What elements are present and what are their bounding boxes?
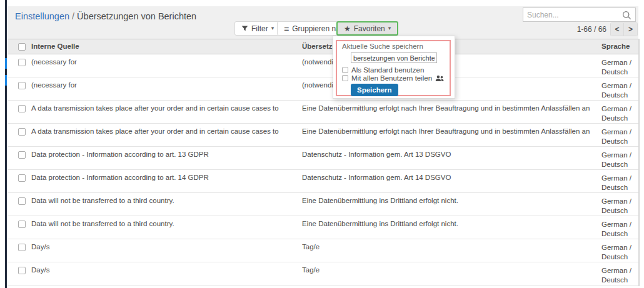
breadcrumb-parent-link[interactable]: Einstellungen	[15, 11, 69, 21]
cell-uebersetzung: Datenschutz - Information gem. Art 14 DS…	[302, 174, 597, 181]
vertical-scrollbar[interactable]	[638, 39, 640, 286]
search-input[interactable]	[523, 8, 617, 21]
column-header-sprache[interactable]: Sprache	[601, 42, 630, 50]
cell-interne-quelle: Data will not be transferred to a third …	[31, 220, 300, 227]
breadcrumb-current: Übersetzungen von Berichten	[77, 11, 196, 21]
cell-interne-quelle: (necessary for	[31, 58, 300, 66]
cell-interne-quelle: Data protection - Information according …	[31, 174, 300, 181]
search-icon[interactable]	[622, 11, 631, 20]
table-row[interactable]: (necessary for (notwendig German / Deuts…	[8, 77, 638, 101]
chevron-down-icon: ▾	[388, 26, 391, 31]
row-checkbox[interactable]	[18, 221, 26, 228]
share-label: Mit allen Benutzern teilen	[351, 74, 432, 82]
table-row[interactable]: (necessary for (notwendig German / Deuts…	[8, 54, 638, 77]
table-row[interactable]: Data will not be transferred to a third …	[8, 193, 638, 216]
column-header-interne-quelle[interactable]: Interne Quelle	[31, 42, 79, 50]
list-icon: ≡	[284, 24, 289, 33]
cell-sprache: German / Deutsch	[601, 104, 638, 123]
cell-uebersetzung: Eine Datenübermittlung erfolgt nach Ihre…	[302, 127, 597, 135]
table-row[interactable]: Data protection - Information according …	[8, 170, 638, 193]
table-body: (necessary for (notwendig German / Deuts…	[8, 54, 638, 286]
filter-icon	[241, 25, 248, 32]
row-checkbox[interactable]	[18, 105, 26, 112]
table-header: Interne Quelle Übersetzung Sprache	[8, 39, 638, 54]
cell-sprache: German / Deutsch	[601, 58, 638, 77]
row-checkbox[interactable]	[18, 197, 26, 205]
row-checkbox[interactable]	[18, 59, 26, 66]
save-button[interactable]: Speichern	[351, 84, 398, 96]
cell-sprache: German / Deutsch	[601, 81, 638, 100]
row-checkbox[interactable]	[18, 128, 26, 136]
cell-sprache: German / Deutsch	[601, 174, 638, 192]
search-box	[523, 7, 636, 22]
breadcrumb: Einstellungen/Übersetzungen von Berichte…	[15, 11, 196, 21]
table-row[interactable]: Data protection - Information according …	[8, 147, 638, 170]
sidebar-active-indicator	[5, 58, 7, 69]
pager-previous-button[interactable]: <	[610, 22, 624, 36]
row-checkbox[interactable]	[18, 244, 26, 251]
use-by-default-label: Als Standard benutzen	[351, 66, 424, 74]
cell-interne-quelle: A data transmission takes place after yo…	[31, 127, 300, 135]
cell-interne-quelle: Day/s	[31, 243, 300, 251]
control-panel: Einstellungen/Übersetzungen von Berichte…	[8, 6, 638, 39]
cell-interne-quelle: (necessary for	[31, 81, 300, 89]
table-row[interactable]: Day/s Tag/e German / Deutsch	[8, 262, 638, 286]
cell-uebersetzung: Eine Datenübermittlung ins Drittland erf…	[302, 220, 597, 227]
use-by-default-option: Als Standard benutzen	[342, 66, 424, 74]
favorites-button[interactable]: ★ Favoriten ▾	[336, 21, 398, 36]
table-row[interactable]: A data transmission takes place after yo…	[8, 101, 638, 124]
users-icon	[435, 75, 444, 82]
pager-next-button[interactable]: >	[624, 22, 638, 36]
cell-interne-quelle: Data protection - Information according …	[31, 151, 300, 158]
row-checkbox[interactable]	[18, 174, 26, 182]
breadcrumb-separator: /	[72, 11, 74, 21]
cell-uebersetzung: Eine Datenübermittlung erfolgt nach Ihre…	[302, 104, 597, 112]
use-by-default-checkbox[interactable]	[342, 67, 348, 73]
cell-sprache: German / Deutsch	[601, 151, 638, 169]
row-checkbox[interactable]	[18, 151, 26, 159]
cell-uebersetzung: Tag/e	[302, 266, 597, 274]
table-row[interactable]: A data transmission takes place after yo…	[8, 124, 638, 147]
favorites-dropdown-menu: Aktuelle Suche speichern Als Standard be…	[333, 36, 455, 99]
filter-button-label: Filter	[251, 24, 268, 33]
cell-sprache: German / Deutsch	[601, 220, 638, 239]
share-with-all-users-option: Mit allen Benutzern teilen	[342, 74, 444, 82]
cell-interne-quelle: Day/s	[31, 266, 300, 274]
cell-sprache: German / Deutsch	[601, 127, 638, 146]
sidebar-active-indicator	[5, 75, 7, 86]
save-search-title: Aktuelle Suche speichern	[342, 42, 423, 50]
cell-sprache: German / Deutsch	[601, 266, 638, 285]
pager: < >	[610, 22, 638, 36]
select-all-checkbox[interactable]	[18, 43, 26, 51]
cell-uebersetzung: Eine Datenübermittlung ins Drittland erf…	[302, 197, 597, 204]
cell-uebersetzung: Tag/e	[302, 243, 597, 251]
row-checkbox[interactable]	[18, 267, 26, 274]
cell-uebersetzung: Datenschutz - Information gem. Art 13 DS…	[302, 151, 597, 158]
cell-interne-quelle: Data will not be transferred to a third …	[31, 197, 300, 204]
table-row[interactable]: Data will not be transferred to a third …	[8, 216, 638, 239]
table-row[interactable]: Day/s Tag/e German / Deutsch	[8, 239, 638, 262]
share-checkbox[interactable]	[342, 75, 348, 81]
row-checkbox[interactable]	[18, 82, 26, 89]
favorites-button-label: Favoriten	[354, 24, 385, 33]
pager-range: 1-66 / 66	[563, 25, 606, 34]
cell-interne-quelle: A data transmission takes place after yo…	[31, 104, 300, 112]
filter-button[interactable]: Filter ▾	[234, 21, 281, 36]
app-sidebar-edge	[5, 0, 7, 288]
star-icon: ★	[344, 25, 351, 32]
cell-sprache: German / Deutsch	[601, 243, 638, 262]
search-name-input[interactable]	[351, 52, 437, 63]
cell-sprache: German / Deutsch	[601, 197, 638, 216]
chevron-down-icon: ▾	[271, 26, 274, 31]
